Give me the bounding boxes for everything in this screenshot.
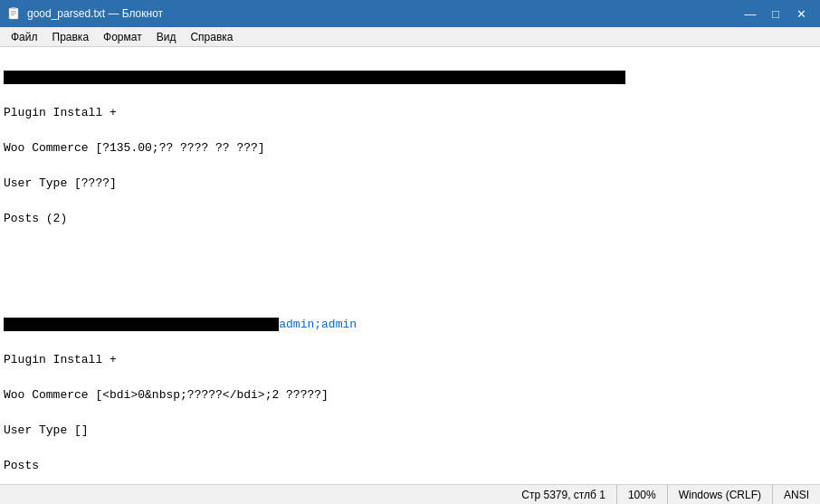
svg-rect-2: [11, 13, 16, 14]
menu-help[interactable]: Справка: [183, 27, 240, 46]
empty-line-1: [4, 245, 820, 263]
window-title: good_parsed.txt — Блокнот: [27, 7, 163, 20]
line-5: Posts (2): [4, 210, 820, 228]
menu-file[interactable]: Файл: [4, 27, 45, 46]
redacted-url-1: http://maintenancerepairservice.com/wp-l…: [4, 71, 625, 84]
title-bar: good_parsed.txt — Блокнот — □ ✕: [0, 0, 820, 27]
line-3: Woo Commerce [?135.00;?? ???? ?? ???]: [4, 139, 820, 157]
line-7: Plugin Install +: [4, 351, 820, 369]
title-bar-left: good_parsed.txt — Блокнот: [7, 6, 163, 21]
line-8: Woo Commerce [<bdi>0&nbsp;?????</bdi>;2 …: [4, 386, 820, 404]
maximize-button[interactable]: □: [764, 5, 787, 23]
notepad-icon: [7, 6, 22, 21]
editor-container: http://maintenancerepairservice.com/wp-l…: [0, 47, 820, 484]
menu-bar: Файл Правка Формат Вид Справка: [0, 27, 820, 47]
status-position: Стр 5379, стлб 1: [0, 485, 617, 504]
line-9: User Type []: [4, 422, 820, 440]
empty-line-2: [4, 281, 820, 299]
line-2: Plugin Install +: [4, 104, 820, 122]
status-line-ending: Windows (CRLF): [668, 485, 773, 504]
menu-format[interactable]: Формат: [96, 27, 149, 46]
editor-content[interactable]: http://maintenancerepairservice.com/wp-l…: [0, 47, 820, 484]
minimize-button[interactable]: —: [739, 5, 762, 23]
status-bar: Стр 5379, стлб 1 100% Windows (CRLF) ANS…: [0, 484, 820, 504]
credentials-1: admin;admin: [279, 318, 357, 331]
line-4: User Type [????]: [4, 175, 820, 193]
svg-rect-4: [12, 7, 15, 9]
window-controls: — □ ✕: [739, 5, 813, 23]
close-button[interactable]: ✕: [789, 5, 813, 23]
svg-rect-1: [11, 11, 16, 12]
status-zoom: 100%: [617, 485, 668, 504]
svg-rect-3: [11, 14, 14, 15]
menu-view[interactable]: Вид: [149, 27, 184, 46]
redacted-url-2: http://taghehonlinerc.com/wp-login.php;: [4, 318, 279, 331]
menu-edit[interactable]: Правка: [45, 27, 97, 46]
status-encoding: ANSI: [773, 485, 820, 504]
line-1: http://maintenancerepairservice.com/wp-l…: [4, 69, 820, 87]
line-10: Posts: [4, 457, 820, 475]
line-6: http://taghehonlinerc.com/wp-login.php;a…: [4, 316, 820, 334]
